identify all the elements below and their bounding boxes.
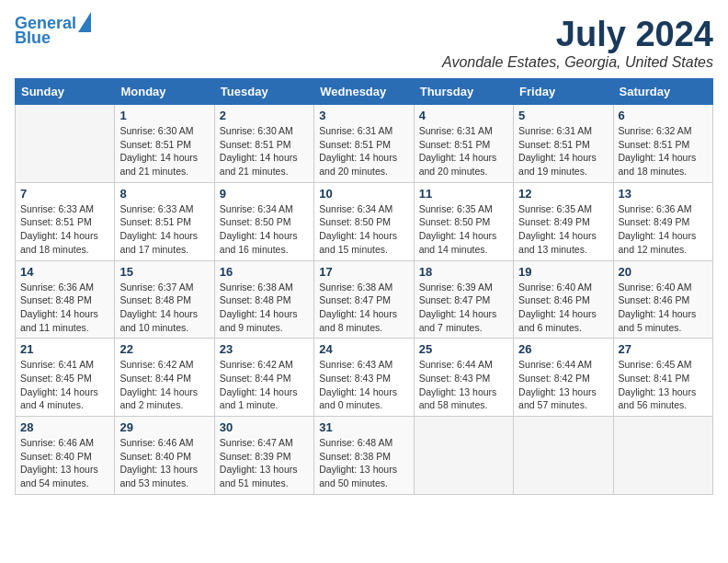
day-number: 7 bbox=[20, 187, 109, 201]
logo-triangle-icon bbox=[78, 12, 91, 32]
weekday-header-saturday: Saturday bbox=[613, 79, 712, 105]
day-number: 21 bbox=[20, 342, 109, 356]
day-info: Sunrise: 6:43 AM Sunset: 8:43 PM Dayligh… bbox=[319, 358, 408, 412]
weekday-header-thursday: Thursday bbox=[414, 79, 513, 105]
calendar-cell: 14Sunrise: 6:36 AM Sunset: 8:48 PM Dayli… bbox=[16, 260, 115, 339]
day-info: Sunrise: 6:39 AM Sunset: 8:47 PM Dayligh… bbox=[419, 281, 508, 335]
header: General Blue July 2024 Avondale Estates,… bbox=[15, 15, 713, 71]
day-info: Sunrise: 6:40 AM Sunset: 8:46 PM Dayligh… bbox=[619, 281, 708, 335]
calendar-cell: 5Sunrise: 6:31 AM Sunset: 8:51 PM Daylig… bbox=[514, 105, 613, 183]
day-number: 14 bbox=[20, 265, 109, 279]
day-number: 19 bbox=[518, 265, 608, 279]
calendar-cell: 16Sunrise: 6:38 AM Sunset: 8:48 PM Dayli… bbox=[214, 260, 313, 339]
calendar-cell: 15Sunrise: 6:37 AM Sunset: 8:48 PM Dayli… bbox=[115, 260, 214, 339]
calendar-cell: 31Sunrise: 6:48 AM Sunset: 8:38 PM Dayli… bbox=[314, 417, 414, 495]
calendar-week-row: 7Sunrise: 6:33 AM Sunset: 8:51 PM Daylig… bbox=[16, 182, 713, 260]
day-info: Sunrise: 6:34 AM Sunset: 8:50 PM Dayligh… bbox=[220, 202, 309, 257]
calendar-cell: 20Sunrise: 6:40 AM Sunset: 8:46 PM Dayli… bbox=[613, 260, 712, 339]
logo: General Blue bbox=[15, 15, 91, 48]
day-info: Sunrise: 6:36 AM Sunset: 8:49 PM Dayligh… bbox=[619, 202, 708, 257]
weekday-header-row: SundayMondayTuesdayWednesdayThursdayFrid… bbox=[16, 79, 713, 105]
calendar-cell: 12Sunrise: 6:35 AM Sunset: 8:49 PM Dayli… bbox=[514, 182, 613, 260]
day-number: 11 bbox=[419, 187, 508, 201]
day-number: 4 bbox=[419, 109, 508, 122]
day-info: Sunrise: 6:40 AM Sunset: 8:46 PM Dayligh… bbox=[518, 281, 608, 335]
day-number: 17 bbox=[319, 265, 408, 279]
calendar-cell: 19Sunrise: 6:40 AM Sunset: 8:46 PM Dayli… bbox=[514, 260, 613, 339]
day-number: 10 bbox=[319, 187, 408, 201]
calendar-week-row: 1Sunrise: 6:30 AM Sunset: 8:51 PM Daylig… bbox=[16, 105, 713, 183]
day-number: 12 bbox=[518, 187, 608, 201]
calendar-cell: 3Sunrise: 6:31 AM Sunset: 8:51 PM Daylig… bbox=[314, 105, 414, 183]
calendar-cell: 6Sunrise: 6:32 AM Sunset: 8:51 PM Daylig… bbox=[613, 105, 712, 183]
calendar-cell: 18Sunrise: 6:39 AM Sunset: 8:47 PM Dayli… bbox=[414, 260, 513, 339]
calendar-cell: 2Sunrise: 6:30 AM Sunset: 8:51 PM Daylig… bbox=[214, 105, 313, 183]
calendar-cell: 28Sunrise: 6:46 AM Sunset: 8:40 PM Dayli… bbox=[16, 417, 115, 495]
day-info: Sunrise: 6:47 AM Sunset: 8:39 PM Dayligh… bbox=[220, 436, 309, 490]
day-info: Sunrise: 6:33 AM Sunset: 8:51 PM Dayligh… bbox=[20, 202, 109, 257]
day-number: 1 bbox=[119, 109, 209, 122]
calendar-week-row: 21Sunrise: 6:41 AM Sunset: 8:45 PM Dayli… bbox=[16, 339, 713, 417]
day-number: 9 bbox=[220, 187, 309, 201]
calendar-cell: 27Sunrise: 6:45 AM Sunset: 8:41 PM Dayli… bbox=[613, 339, 712, 417]
day-info: Sunrise: 6:38 AM Sunset: 8:48 PM Dayligh… bbox=[220, 281, 309, 335]
day-number: 25 bbox=[419, 342, 508, 356]
month-year-title: July 2024 bbox=[442, 15, 713, 54]
calendar-cell: 23Sunrise: 6:42 AM Sunset: 8:44 PM Dayli… bbox=[214, 339, 313, 417]
calendar-cell: 30Sunrise: 6:47 AM Sunset: 8:39 PM Dayli… bbox=[214, 417, 313, 495]
calendar-cell: 7Sunrise: 6:33 AM Sunset: 8:51 PM Daylig… bbox=[16, 182, 115, 260]
calendar-cell bbox=[16, 105, 115, 183]
day-info: Sunrise: 6:35 AM Sunset: 8:50 PM Dayligh… bbox=[419, 202, 508, 257]
day-info: Sunrise: 6:31 AM Sunset: 8:51 PM Dayligh… bbox=[319, 124, 408, 178]
day-info: Sunrise: 6:46 AM Sunset: 8:40 PM Dayligh… bbox=[119, 436, 209, 490]
day-number: 16 bbox=[220, 265, 309, 279]
calendar-cell: 25Sunrise: 6:44 AM Sunset: 8:43 PM Dayli… bbox=[414, 339, 513, 417]
day-number: 3 bbox=[319, 109, 408, 122]
calendar-cell: 8Sunrise: 6:33 AM Sunset: 8:51 PM Daylig… bbox=[115, 182, 214, 260]
day-number: 2 bbox=[220, 109, 309, 122]
day-number: 27 bbox=[619, 342, 708, 356]
day-info: Sunrise: 6:44 AM Sunset: 8:43 PM Dayligh… bbox=[419, 358, 508, 412]
day-info: Sunrise: 6:31 AM Sunset: 8:51 PM Dayligh… bbox=[419, 124, 508, 178]
day-info: Sunrise: 6:45 AM Sunset: 8:41 PM Dayligh… bbox=[619, 358, 708, 412]
day-info: Sunrise: 6:41 AM Sunset: 8:45 PM Dayligh… bbox=[20, 358, 109, 412]
day-info: Sunrise: 6:32 AM Sunset: 8:51 PM Dayligh… bbox=[619, 124, 708, 178]
day-number: 13 bbox=[619, 187, 708, 201]
logo-blue-text: Blue bbox=[15, 29, 51, 48]
calendar-cell: 24Sunrise: 6:43 AM Sunset: 8:43 PM Dayli… bbox=[314, 339, 414, 417]
day-info: Sunrise: 6:44 AM Sunset: 8:42 PM Dayligh… bbox=[518, 358, 608, 412]
day-number: 5 bbox=[518, 109, 608, 122]
calendar-cell: 1Sunrise: 6:30 AM Sunset: 8:51 PM Daylig… bbox=[115, 105, 214, 183]
day-info: Sunrise: 6:33 AM Sunset: 8:51 PM Dayligh… bbox=[119, 202, 209, 257]
day-info: Sunrise: 6:36 AM Sunset: 8:48 PM Dayligh… bbox=[20, 281, 109, 335]
day-number: 18 bbox=[419, 265, 508, 279]
calendar-week-row: 28Sunrise: 6:46 AM Sunset: 8:40 PM Dayli… bbox=[16, 417, 713, 495]
day-info: Sunrise: 6:30 AM Sunset: 8:51 PM Dayligh… bbox=[220, 124, 309, 178]
calendar-cell: 10Sunrise: 6:34 AM Sunset: 8:50 PM Dayli… bbox=[314, 182, 414, 260]
calendar-cell: 9Sunrise: 6:34 AM Sunset: 8:50 PM Daylig… bbox=[214, 182, 313, 260]
day-number: 8 bbox=[119, 187, 209, 201]
calendar-cell: 22Sunrise: 6:42 AM Sunset: 8:44 PM Dayli… bbox=[115, 339, 214, 417]
calendar-cell: 13Sunrise: 6:36 AM Sunset: 8:49 PM Dayli… bbox=[613, 182, 712, 260]
calendar-cell: 17Sunrise: 6:38 AM Sunset: 8:47 PM Dayli… bbox=[314, 260, 414, 339]
day-number: 26 bbox=[518, 342, 608, 356]
weekday-header-friday: Friday bbox=[514, 79, 613, 105]
calendar-cell: 26Sunrise: 6:44 AM Sunset: 8:42 PM Dayli… bbox=[514, 339, 613, 417]
day-info: Sunrise: 6:34 AM Sunset: 8:50 PM Dayligh… bbox=[319, 202, 408, 257]
weekday-header-sunday: Sunday bbox=[16, 79, 115, 105]
calendar-table: SundayMondayTuesdayWednesdayThursdayFrid… bbox=[15, 78, 713, 495]
calendar-week-row: 14Sunrise: 6:36 AM Sunset: 8:48 PM Dayli… bbox=[16, 260, 713, 339]
location-subtitle: Avondale Estates, Georgia, United States bbox=[442, 54, 713, 71]
day-info: Sunrise: 6:30 AM Sunset: 8:51 PM Dayligh… bbox=[119, 124, 209, 178]
title-area: July 2024 Avondale Estates, Georgia, Uni… bbox=[442, 15, 713, 71]
weekday-header-tuesday: Tuesday bbox=[214, 79, 313, 105]
day-info: Sunrise: 6:42 AM Sunset: 8:44 PM Dayligh… bbox=[119, 358, 209, 412]
calendar-cell bbox=[613, 417, 712, 495]
day-number: 15 bbox=[119, 265, 209, 279]
day-number: 30 bbox=[220, 420, 309, 434]
weekday-header-wednesday: Wednesday bbox=[314, 79, 414, 105]
day-number: 28 bbox=[20, 420, 109, 434]
calendar-cell: 11Sunrise: 6:35 AM Sunset: 8:50 PM Dayli… bbox=[414, 182, 513, 260]
day-number: 24 bbox=[319, 342, 408, 356]
calendar-cell: 4Sunrise: 6:31 AM Sunset: 8:51 PM Daylig… bbox=[414, 105, 513, 183]
